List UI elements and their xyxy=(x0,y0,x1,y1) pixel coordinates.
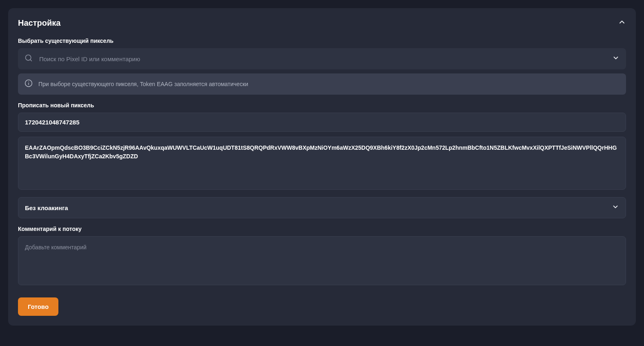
pixel-search-placeholder: Поиск по Pixel ID или комментарию xyxy=(39,55,612,62)
chevron-down-icon xyxy=(612,203,619,212)
comment-group: Комментарий к потоку xyxy=(18,226,626,287)
cloaking-select[interactable]: Без клоакинга xyxy=(18,197,626,218)
chevron-down-icon xyxy=(612,54,619,63)
panel-header: Настройка xyxy=(18,18,626,28)
existing-pixel-group: Выбрать существующий пиксель Поиск по Pi… xyxy=(18,38,626,95)
search-icon xyxy=(25,54,33,64)
existing-pixel-label: Выбрать существующий пиксель xyxy=(18,38,626,44)
token-input[interactable] xyxy=(18,137,626,190)
new-pixel-label: Прописать новый пиксель xyxy=(18,102,626,109)
pixel-search-select[interactable]: Поиск по Pixel ID или комментарию xyxy=(18,48,626,69)
pixel-id-input[interactable] xyxy=(18,113,626,132)
comment-input[interactable] xyxy=(18,236,626,285)
panel-title: Настройка xyxy=(18,18,60,28)
submit-button[interactable]: Готово xyxy=(18,297,58,316)
svg-line-1 xyxy=(30,60,32,61)
cloaking-value: Без клоакинга xyxy=(25,204,68,211)
info-icon xyxy=(25,79,33,89)
chevron-up-icon[interactable] xyxy=(618,18,626,28)
info-text: При выборе существующего пикселя, Token … xyxy=(38,81,248,87)
settings-panel: Настройка Выбрать существующий пиксель П… xyxy=(8,8,636,326)
info-banner: При выборе существующего пикселя, Token … xyxy=(18,73,626,95)
comment-label: Комментарий к потоку xyxy=(18,226,626,232)
new-pixel-group: Прописать новый пиксель Без клоакинга xyxy=(18,102,626,218)
